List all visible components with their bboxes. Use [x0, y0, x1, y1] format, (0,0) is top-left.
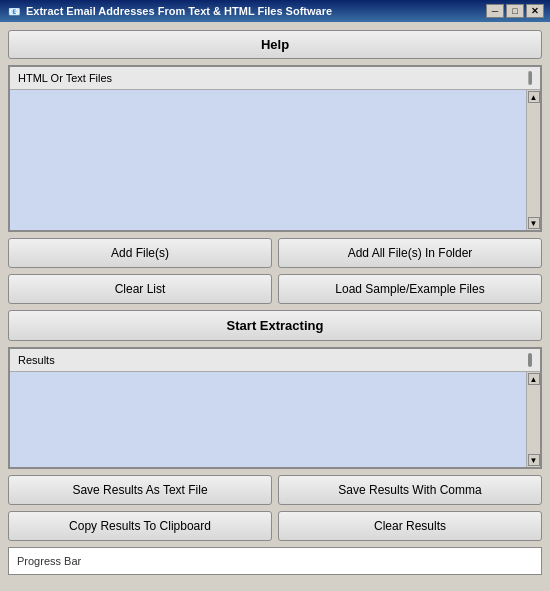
- results-scrollbar-indicator: [528, 353, 532, 367]
- copy-clipboard-button[interactable]: Copy Results To Clipboard: [8, 511, 272, 541]
- results-list-area: [10, 372, 526, 467]
- load-sample-button[interactable]: Load Sample/Example Files: [278, 274, 542, 304]
- results-scrollbar[interactable]: ▲ ▼: [526, 372, 540, 467]
- clear-load-row: Clear List Load Sample/Example Files: [8, 274, 542, 304]
- save-results-row: Save Results As Text File Save Results W…: [8, 475, 542, 505]
- maximize-button[interactable]: □: [506, 4, 524, 18]
- save-text-button[interactable]: Save Results As Text File: [8, 475, 272, 505]
- files-list-area: [10, 90, 526, 230]
- files-panel: HTML Or Text Files ▲ ▼: [8, 65, 542, 232]
- close-button[interactable]: ✕: [526, 4, 544, 18]
- files-list-body: ▲ ▼: [10, 90, 540, 230]
- save-comma-button[interactable]: Save Results With Comma: [278, 475, 542, 505]
- results-panel-label: Results: [18, 354, 528, 366]
- results-panel: Results ▲ ▼: [8, 347, 542, 469]
- clear-results-button[interactable]: Clear Results: [278, 511, 542, 541]
- files-scrollbar[interactable]: ▲ ▼: [526, 90, 540, 230]
- results-list-body: ▲ ▼: [10, 372, 540, 467]
- add-files-row: Add File(s) Add All File(s) In Folder: [8, 238, 542, 268]
- results-panel-header: Results: [10, 349, 540, 372]
- title-bar: 📧 Extract Email Addresses From Text & HT…: [0, 0, 550, 22]
- progress-bar-label: Progress Bar: [17, 555, 81, 567]
- start-extracting-button[interactable]: Start Extracting: [8, 310, 542, 341]
- add-all-files-button[interactable]: Add All File(s) In Folder: [278, 238, 542, 268]
- minimize-button[interactable]: ─: [486, 4, 504, 18]
- title-bar-buttons: ─ □ ✕: [486, 4, 544, 18]
- add-files-button[interactable]: Add File(s): [8, 238, 272, 268]
- main-content: Help HTML Or Text Files ▲ ▼ Add File(s) …: [0, 22, 550, 591]
- title-bar-text: Extract Email Addresses From Text & HTML…: [26, 5, 486, 17]
- copy-clear-row: Copy Results To Clipboard Clear Results: [8, 511, 542, 541]
- clear-list-button[interactable]: Clear List: [8, 274, 272, 304]
- help-button[interactable]: Help: [8, 30, 542, 59]
- files-panel-label: HTML Or Text Files: [18, 72, 528, 84]
- progress-bar-section: Progress Bar: [8, 547, 542, 575]
- files-scrollbar-indicator: [528, 71, 532, 85]
- files-panel-header: HTML Or Text Files: [10, 67, 540, 90]
- app-icon: 📧: [6, 3, 22, 19]
